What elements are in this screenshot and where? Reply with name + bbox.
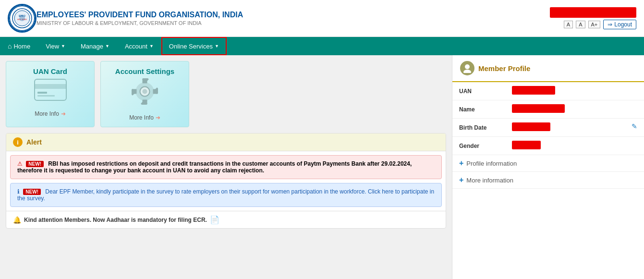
nav-online-services-label: Online Services xyxy=(169,43,213,50)
uan-card-more[interactable]: More Info ➜ xyxy=(35,110,66,117)
nav-account-label: Account xyxy=(125,43,147,50)
nav-online-services[interactable]: Online Services ▼ xyxy=(161,37,227,55)
uan-redacted xyxy=(512,86,555,95)
uan-card-icon xyxy=(34,78,67,106)
main-layout: UAN Card More Info ➜ Account xyxy=(0,55,644,279)
uan-more-label: More Info xyxy=(35,110,59,117)
org-text: EMPLOYEES' PROVIDENT FUND ORGANISATION, … xyxy=(36,11,550,26)
nav-manage[interactable]: Manage ▼ xyxy=(73,37,117,55)
profile-uan-row: UAN xyxy=(452,82,644,100)
gender-value xyxy=(505,137,644,155)
gender-redacted xyxy=(512,141,541,149)
ministry-text: MINISTRY OF LABOUR & EMPLOYMENT, GOVERNM… xyxy=(36,20,550,26)
org-name: EMPLOYEES' PROVIDENT FUND ORGANISATION, … xyxy=(36,11,550,19)
font-large-button[interactable]: A+ xyxy=(588,21,601,28)
alert-title: Alert xyxy=(26,138,42,146)
new-badge-2: NEW! xyxy=(23,189,41,195)
account-settings-more[interactable]: More Info ➜ xyxy=(129,114,160,121)
online-services-caret-icon: ▼ xyxy=(215,44,219,49)
nav-manage-label: Manage xyxy=(81,43,103,50)
more-info-plus-icon: + xyxy=(459,176,463,184)
alerts-body: ⚠ NEW! RBI has imposed restrictions on d… xyxy=(6,151,446,211)
home-icon: ⌂ xyxy=(8,42,12,50)
account-caret-icon: ▼ xyxy=(149,44,154,49)
svg-rect-9 xyxy=(37,95,55,97)
name-redacted xyxy=(512,104,565,113)
svg-point-5 xyxy=(19,15,25,21)
epfo-logo: EPFO भारत सरकार xyxy=(8,4,36,33)
svg-point-20 xyxy=(143,89,147,94)
alert-warning-bar: 🔔 Kind attention Members. Now Aadhaar is… xyxy=(6,211,446,228)
header-right: A A A+ ⇒ Logout xyxy=(550,7,636,29)
new-badge-1: NEW! xyxy=(26,161,44,167)
account-settings-more-arrow-icon: ➜ xyxy=(156,114,160,121)
alert-message-1: ⚠ NEW! RBI has imposed restrictions on d… xyxy=(10,155,442,179)
birthdate-redacted xyxy=(512,122,550,131)
gear-icon xyxy=(132,78,158,109)
more-information-label: More information xyxy=(466,177,513,184)
profile-name-row: Name xyxy=(452,100,644,119)
birthdate-label: Birth Date xyxy=(452,119,505,137)
navbar: ⌂ Home View ▼ Manage ▼ Account ▼ Online … xyxy=(0,37,644,55)
nav-home-label: Home xyxy=(13,43,30,50)
nav-view[interactable]: View ▼ xyxy=(38,37,73,55)
nav-account[interactable]: Account ▼ xyxy=(117,37,161,55)
cards-row: UAN Card More Info ➜ Account xyxy=(6,61,446,127)
warning-text: Kind attention Members. Now Aadhaar is m… xyxy=(24,217,207,223)
alert-danger-icon: ⚠ xyxy=(17,160,23,167)
alert-section: i Alert ⚠ NEW! RBI has imposed restricti… xyxy=(6,133,446,229)
profile-information-expand[interactable]: + Profile information xyxy=(452,155,644,172)
manage-caret-icon: ▼ xyxy=(105,44,109,49)
sidebar: Member Profile UAN Name Birth Date ✎ xyxy=(452,55,644,279)
profile-information-label: Profile information xyxy=(466,160,517,167)
user-session-bar xyxy=(550,7,636,18)
svg-rect-8 xyxy=(37,92,47,94)
name-label: Name xyxy=(452,100,505,119)
uan-label: UAN xyxy=(452,82,505,100)
uan-card-title: UAN Card xyxy=(33,67,67,75)
svg-rect-7 xyxy=(35,84,66,89)
alert-message-2: ℹ NEW! Dear EPF Member, kindly participa… xyxy=(10,183,442,207)
alert-header: i Alert xyxy=(6,133,446,151)
gender-label: Gender xyxy=(452,137,505,155)
svg-point-22 xyxy=(463,70,471,73)
view-caret-icon: ▼ xyxy=(61,44,65,49)
header-controls: A A A+ ⇒ Logout xyxy=(564,20,636,29)
birthdate-value: ✎ xyxy=(505,119,644,137)
logout-label: Logout xyxy=(614,21,632,28)
member-profile-header: Member Profile xyxy=(452,55,644,82)
uan-more-arrow-icon: ➜ xyxy=(61,110,66,117)
more-information-expand[interactable]: + More information xyxy=(452,172,644,189)
svg-rect-6 xyxy=(35,79,66,100)
alert-text-1: RBI has imposed restrictions on deposit … xyxy=(17,160,412,174)
profile-info-plus-icon: + xyxy=(459,159,463,168)
pdf-icon: 📄 xyxy=(210,215,219,224)
svg-point-21 xyxy=(465,64,470,69)
account-settings-more-label: More Info xyxy=(129,114,154,121)
alert-blue-info-icon: ℹ xyxy=(17,188,20,195)
profile-user-icon xyxy=(460,61,474,75)
member-profile-title: Member Profile xyxy=(478,64,530,73)
font-small-button[interactable]: A xyxy=(564,21,573,28)
content-area: UAN Card More Info ➜ Account xyxy=(0,55,452,279)
nav-home[interactable]: ⌂ Home xyxy=(0,37,38,55)
font-medium-button[interactable]: A xyxy=(576,21,585,28)
alert-text-2: Dear EPF Member, kindly participate in t… xyxy=(17,188,434,202)
profile-table: UAN Name Birth Date ✎ Gender xyxy=(452,82,644,155)
alert-info-icon: i xyxy=(13,137,23,147)
uan-value xyxy=(505,82,644,100)
name-value xyxy=(505,100,644,119)
header: EPFO भारत सरकार EMPLOYEES' PROVIDENT FUN… xyxy=(0,0,644,37)
profile-birthdate-row: Birth Date ✎ xyxy=(452,119,644,137)
account-settings-title: Account Settings xyxy=(115,67,174,75)
logout-button[interactable]: ⇒ Logout xyxy=(603,20,636,29)
bell-icon: 🔔 xyxy=(13,216,21,224)
edit-icon[interactable]: ✎ xyxy=(632,122,637,130)
uan-card[interactable]: UAN Card More Info ➜ xyxy=(6,61,95,127)
nav-view-label: View xyxy=(46,43,59,50)
profile-gender-row: Gender xyxy=(452,137,644,155)
logout-icon: ⇒ xyxy=(608,21,612,28)
account-settings-card[interactable]: Account Settings xyxy=(100,61,189,127)
